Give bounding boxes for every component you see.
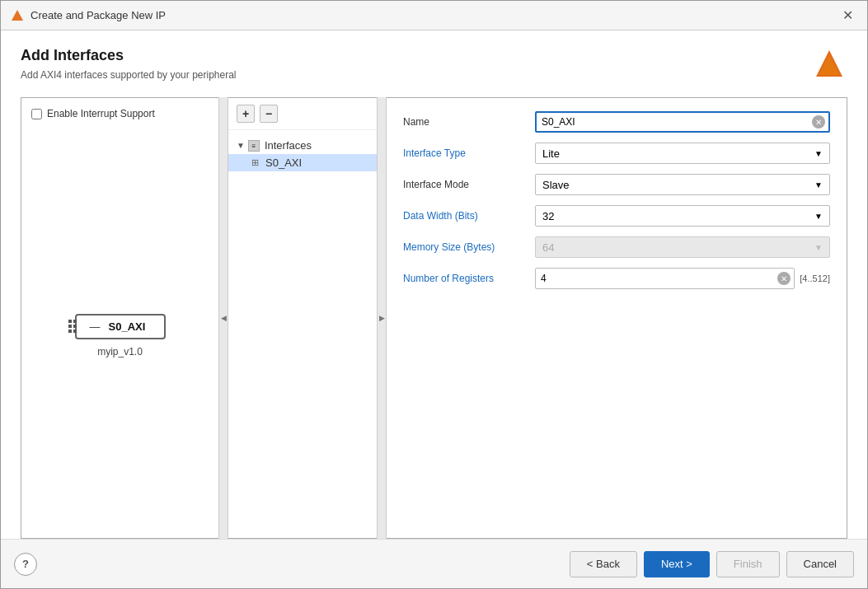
ip-dots (68, 320, 77, 333)
interface-tree: ▼ ≡ Interfaces ⊞ S0_AXI (228, 130, 377, 538)
num-registers-row: Number of Registers ✕ [4..512] (403, 268, 830, 289)
close-button[interactable]: ✕ (838, 6, 857, 26)
middle-toolbar: + − (228, 98, 377, 130)
svg-marker-0 (12, 10, 23, 21)
cancel-button[interactable]: Cancel (786, 551, 854, 577)
right-collapse-btn[interactable]: ▶ (377, 97, 387, 539)
tree-expand-icon: ▼ (237, 141, 245, 150)
name-label: Name (403, 116, 535, 128)
interface-type-label: Interface Type (403, 147, 535, 159)
data-width-label: Data Width (Bits) (403, 210, 535, 222)
ip-diagram: — S0_AXI myip_v1.0 (21, 133, 218, 538)
interface-mode-select[interactable]: Slave ▼ (535, 174, 830, 195)
panels-container: Enable Interrupt Support (21, 97, 847, 539)
num-registers-range: [4..512] (800, 273, 830, 283)
name-input[interactable] (542, 116, 809, 128)
left-panel: Enable Interrupt Support (21, 97, 218, 539)
back-button[interactable]: < Back (570, 551, 637, 577)
data-width-select[interactable]: 32 ▼ (535, 205, 830, 227)
num-registers-input[interactable] (541, 273, 774, 284)
interface-mode-value: Slave (542, 179, 570, 191)
app-icon (11, 9, 24, 22)
tree-root-label: Interfaces (265, 139, 312, 152)
data-width-arrow: ▼ (814, 212, 823, 221)
title-bar: Create and Package New IP ✕ (1, 1, 867, 30)
next-button[interactable]: Next > (644, 551, 710, 577)
interface-type-row: Interface Type Lite ▼ (403, 143, 830, 164)
finish-button[interactable]: Finish (716, 551, 780, 577)
enable-interrupt-row: Enable Interrupt Support (21, 98, 218, 126)
left-collapse-btn[interactable]: ◀ (218, 97, 228, 539)
interface-type-arrow: ▼ (814, 149, 823, 158)
right-panel: Name ✕ Interface Type Lite ▼ In (387, 97, 847, 539)
page-title: Add Interfaces (21, 47, 847, 64)
interface-type-value: Lite (542, 147, 560, 160)
memory-size-row: Memory Size (Bytes) 64 ▼ (403, 236, 830, 258)
memory-size-select: 64 ▼ (535, 236, 830, 258)
data-width-value: 32 (542, 210, 554, 222)
ip-instance-label: myip_v1.0 (97, 346, 143, 358)
interface-mode-row: Interface Mode Slave ▼ (403, 174, 830, 195)
num-registers-clear-button[interactable]: ✕ (777, 272, 791, 285)
enable-interrupt-label[interactable]: Enable Interrupt Support (47, 108, 155, 119)
num-registers-input-area: ✕ [4..512] (535, 268, 830, 289)
enable-interrupt-checkbox[interactable] (31, 109, 42, 119)
memory-size-label: Memory Size (Bytes) (403, 241, 535, 253)
name-input-wrapper: ✕ (535, 111, 830, 133)
interface-type-select[interactable]: Lite ▼ (535, 143, 830, 164)
remove-interface-button[interactable]: − (260, 105, 278, 123)
memory-size-value: 64 (542, 241, 554, 254)
data-width-row: Data Width (Bits) 32 ▼ (403, 205, 830, 227)
footer: ? < Back Next > Finish Cancel (1, 539, 867, 588)
xilinx-logo (811, 47, 847, 83)
logo-area (811, 47, 847, 86)
page-subtitle: Add AXI4 interfaces supported by your pe… (21, 69, 847, 81)
ip-block: — S0_AXI (75, 314, 166, 339)
tree-s0axi-item[interactable]: ⊞ S0_AXI (228, 154, 377, 171)
interface-mode-arrow: ▼ (814, 180, 823, 189)
main-window: Create and Package New IP ✕ Add Interfac… (0, 0, 868, 589)
name-row: Name ✕ (403, 111, 830, 133)
tree-folder-icon: ≡ (248, 140, 260, 152)
tree-child-icon: ⊞ (251, 157, 259, 168)
footer-right: < Back Next > Finish Cancel (570, 551, 854, 577)
num-registers-input-wrapper: ✕ (535, 268, 795, 289)
ip-block-label: S0_AXI (109, 320, 146, 333)
help-button[interactable]: ? (14, 553, 37, 576)
title-bar-left: Create and Package New IP (11, 9, 166, 22)
name-clear-button[interactable]: ✕ (812, 115, 825, 129)
num-registers-label: Number of Registers (403, 273, 535, 284)
middle-panel: + − ▼ ≡ Interfaces ⊞ S0_AXI (228, 97, 377, 539)
tree-child-label: S0_AXI (265, 157, 302, 169)
interface-mode-label: Interface Mode (403, 179, 535, 190)
top-area: Add Interfaces Add AXI4 interfaces suppo… (21, 47, 847, 97)
content-area: Add Interfaces Add AXI4 interfaces suppo… (1, 30, 867, 539)
tree-interfaces-root[interactable]: ▼ ≡ Interfaces (228, 137, 377, 154)
memory-size-arrow: ▼ (814, 243, 823, 252)
svg-marker-2 (819, 55, 840, 75)
footer-left: ? (14, 553, 37, 576)
window-title: Create and Package New IP (30, 9, 166, 21)
add-interface-button[interactable]: + (237, 105, 255, 123)
